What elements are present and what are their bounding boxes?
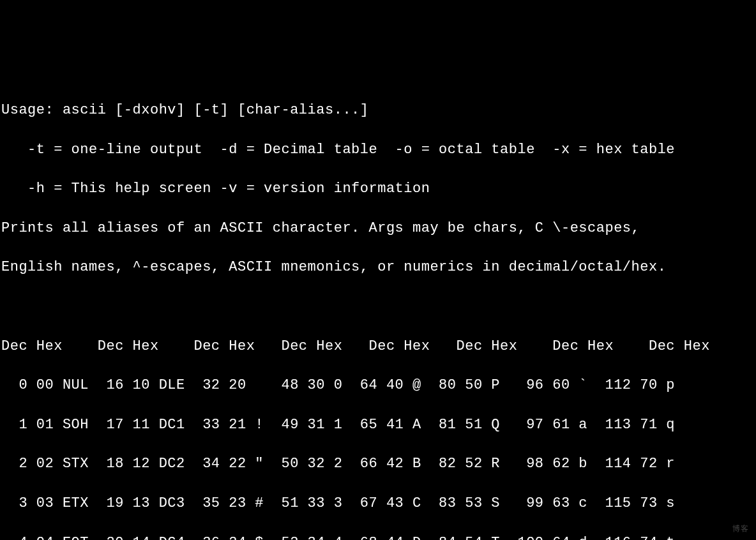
table-row: 0 00 NUL 16 10 DLE 32 20 48 30 0 64 40 @…	[1, 376, 756, 396]
description-line-1: Prints all aliases of an ASCII character…	[1, 219, 756, 239]
table-row: 2 02 STX 18 12 DC2 34 22 " 50 32 2 66 42…	[1, 454, 756, 474]
table-row: 3 03 ETX 19 13 DC3 35 23 # 51 33 3 67 43…	[1, 494, 756, 514]
watermark-text: 博客	[732, 524, 748, 535]
terminal-output: Usage: ascii [-dxohv] [-t] [char-alias..…	[1, 81, 756, 540]
table-row: 4 04 EOT 20 14 DC4 36 24 $ 52 34 4 68 44…	[1, 534, 756, 540]
blank-line	[1, 297, 756, 317]
description-line-2: English names, ^-escapes, ASCII mnemonic…	[1, 258, 756, 278]
usage-line: Usage: ascii [-dxohv] [-t] [char-alias..…	[1, 101, 756, 121]
options-line-2: -h = This help screen -v = version infor…	[1, 179, 756, 199]
options-line-1: -t = one-line output -d = Decimal table …	[1, 140, 756, 160]
table-header: Dec Hex Dec Hex Dec Hex Dec Hex Dec Hex …	[1, 337, 756, 357]
table-row: 1 01 SOH 17 11 DC1 33 21 ! 49 31 1 65 41…	[1, 416, 756, 435]
